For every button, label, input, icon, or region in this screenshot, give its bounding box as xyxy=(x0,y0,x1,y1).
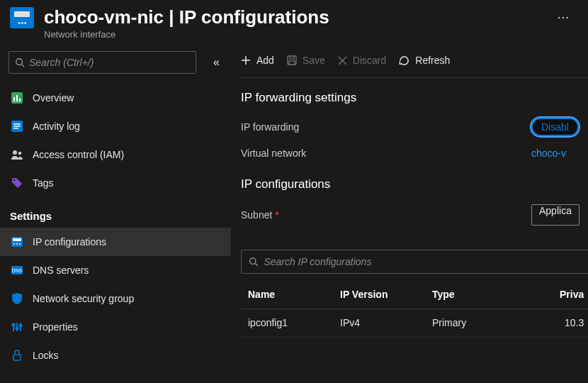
sidebar-item-label: Properties xyxy=(33,321,78,333)
add-label: Add xyxy=(256,55,274,66)
overview-icon xyxy=(11,92,23,104)
svg-rect-4 xyxy=(16,95,18,101)
table-header: Name IP Version Type Priva xyxy=(241,281,588,309)
col-name[interactable]: Name xyxy=(248,289,340,300)
svg-rect-7 xyxy=(13,123,21,125)
cell-ip-version: IPv4 xyxy=(340,317,432,328)
subnet-label-text: Subnet xyxy=(241,209,272,221)
sidebar-search[interactable] xyxy=(9,51,196,74)
ipconfig-icon xyxy=(11,237,23,247)
dns-icon: DNS xyxy=(11,266,23,274)
table-row[interactable]: ipconfig1 IPv4 Primary 10.3 xyxy=(241,309,588,338)
ipconfig-search-input[interactable] xyxy=(264,256,586,267)
sidebar-item-network-security-group[interactable]: Network security group xyxy=(0,284,231,313)
svg-rect-14 xyxy=(13,238,21,241)
sidebar-item-label: DNS servers xyxy=(33,265,89,276)
svg-point-17 xyxy=(19,243,21,245)
search-icon xyxy=(249,257,258,267)
main-pane: Add Save Discard Refresh IP forwarding s… xyxy=(231,44,588,383)
required-asterisk: * xyxy=(275,209,278,221)
col-private-ip[interactable]: Priva xyxy=(560,289,587,300)
ip-forwarding-label: IP forwarding xyxy=(241,121,524,133)
svg-point-34 xyxy=(250,258,256,264)
svg-line-35 xyxy=(255,263,257,265)
sidebar-item-overview[interactable]: Overview xyxy=(0,84,231,112)
discard-button[interactable]: Discard xyxy=(338,55,386,66)
sidebar-item-label: Locks xyxy=(33,350,59,361)
svg-rect-31 xyxy=(289,61,295,65)
sidebar-item-locks[interactable]: Locks xyxy=(0,341,231,370)
sidebar-item-access-control[interactable]: Access control (IAM) xyxy=(0,140,231,169)
sidebar-item-ip-configurations[interactable]: IP configurations xyxy=(0,228,231,256)
sidebar-item-label: Access control (IAM) xyxy=(33,149,124,160)
header-titles: choco-vm-nic | IP configurations Network… xyxy=(44,7,550,40)
col-ip-version[interactable]: IP Version xyxy=(340,289,432,300)
sidebar: « Overview Activity log Access control (… xyxy=(0,44,231,383)
log-icon xyxy=(11,121,23,132)
save-label: Save xyxy=(303,55,325,66)
forwarding-heading: IP forwarding settings xyxy=(241,78,588,112)
col-type[interactable]: Type xyxy=(432,289,560,300)
plus-icon xyxy=(241,55,251,65)
sidebar-item-label: Activity log xyxy=(33,121,80,132)
properties-icon xyxy=(11,321,23,333)
sidebar-search-input[interactable] xyxy=(29,57,190,68)
ipconfig-search[interactable] xyxy=(241,250,588,274)
svg-point-10 xyxy=(13,150,17,155)
refresh-label: Refresh xyxy=(415,55,450,66)
sidebar-item-label: IP configurations xyxy=(33,236,106,248)
svg-point-0 xyxy=(16,58,23,65)
svg-point-11 xyxy=(18,151,22,155)
svg-rect-30 xyxy=(290,56,294,59)
save-icon xyxy=(287,55,297,65)
svg-rect-3 xyxy=(13,97,15,101)
svg-point-16 xyxy=(16,243,18,245)
svg-point-23 xyxy=(12,323,14,326)
save-button[interactable]: Save xyxy=(287,55,325,66)
page-title: choco-vm-nic | IP configurations xyxy=(44,7,550,28)
resource-type-label: Network interface xyxy=(44,29,550,40)
refresh-button[interactable]: Refresh xyxy=(399,55,450,66)
svg-rect-26 xyxy=(13,355,21,360)
svg-point-24 xyxy=(16,327,18,329)
sidebar-item-label: Overview xyxy=(33,92,74,104)
svg-rect-9 xyxy=(13,128,18,129)
search-icon xyxy=(15,57,25,67)
ipconfig-table: Name IP Version Type Priva ipconfig1 IPv… xyxy=(241,281,588,338)
sidebar-item-label: Network security group xyxy=(33,293,134,304)
cell-name: ipconfig1 xyxy=(248,317,340,328)
svg-rect-5 xyxy=(19,99,21,101)
ip-forwarding-toggle[interactable]: Disabl xyxy=(531,118,579,136)
svg-point-15 xyxy=(13,243,15,245)
sidebar-item-properties[interactable]: Properties xyxy=(0,313,231,341)
sidebar-item-dns-servers[interactable]: DNS DNS servers xyxy=(0,256,231,284)
close-icon xyxy=(338,56,347,65)
svg-point-12 xyxy=(13,179,15,180)
svg-rect-8 xyxy=(13,126,21,127)
more-actions-button[interactable]: … xyxy=(550,7,578,22)
sidebar-item-activity-log[interactable]: Activity log xyxy=(0,112,231,140)
subnet-dropdown[interactable]: Applica xyxy=(531,204,579,226)
lock-icon xyxy=(12,350,22,361)
svg-text:DNS: DNS xyxy=(12,268,23,273)
subnet-label: Subnet * xyxy=(241,209,524,221)
cell-private-ip: 10.3 xyxy=(560,317,587,328)
people-icon xyxy=(11,149,23,160)
virtual-network-label: Virtual network xyxy=(241,148,524,159)
sidebar-item-label: Tags xyxy=(33,177,54,189)
tag-icon xyxy=(11,177,23,189)
svg-line-1 xyxy=(22,64,25,67)
command-bar: Add Save Discard Refresh xyxy=(241,44,588,78)
refresh-icon xyxy=(399,55,409,66)
sidebar-item-tags[interactable]: Tags xyxy=(0,169,231,197)
sidebar-section-settings: Settings xyxy=(0,197,231,228)
resource-icon xyxy=(10,7,34,28)
cell-type: Primary xyxy=(432,317,560,328)
add-button[interactable]: Add xyxy=(241,55,274,66)
svg-point-25 xyxy=(19,324,21,326)
discard-label: Discard xyxy=(353,55,386,66)
collapse-sidebar-button[interactable]: « xyxy=(210,53,222,72)
page-header: choco-vm-nic | IP configurations Network… xyxy=(0,0,588,44)
ipconfig-heading: IP configurations xyxy=(241,165,588,199)
virtual-network-link[interactable]: choco-v xyxy=(531,148,566,159)
